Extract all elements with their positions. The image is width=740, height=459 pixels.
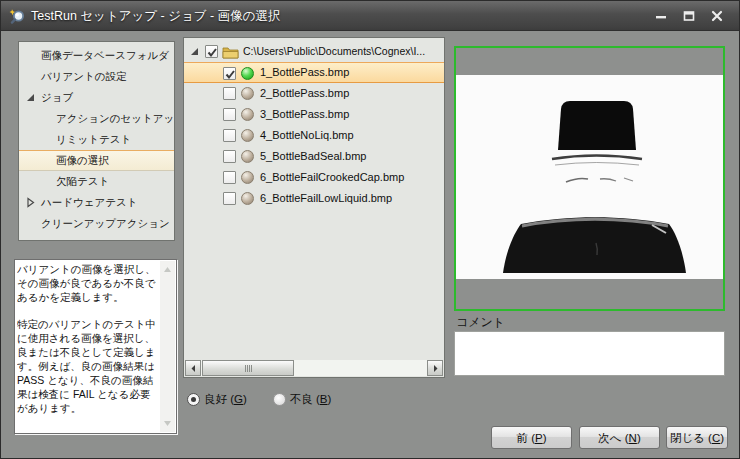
scrollbar-thumb[interactable] <box>202 360 294 376</box>
scroll-left-button[interactable] <box>185 360 201 376</box>
file-row[interactable]: 4_BottleNoLiq.bmp <box>184 125 444 146</box>
tree-item-defect-test[interactable]: 欠陥テスト <box>19 171 174 192</box>
file-checkbox[interactable] <box>223 150 236 163</box>
good-radio-label: 良好 (G) <box>204 392 247 407</box>
window-title: TestRun セットアップ - ジョブ - 画像の選択 <box>31 1 280 31</box>
status-ball-green <box>241 67 254 80</box>
tree-item-image-selection[interactable]: 画像の選択 <box>19 150 174 171</box>
description-paragraph: 特定のバリアントのテスト中に使用される画像を選択し、良または不良として定義します… <box>17 317 159 415</box>
bottle-preview-image <box>456 75 723 279</box>
next-button[interactable]: 次へ (N) <box>579 426 660 449</box>
scroll-right-icon <box>431 364 440 373</box>
description-scrollbar[interactable] <box>160 261 175 432</box>
collapsed-arrow-icon[interactable] <box>25 197 36 208</box>
maximize-icon <box>683 10 695 22</box>
file-checkbox[interactable] <box>223 108 236 121</box>
file-checkbox[interactable] <box>223 171 236 184</box>
title-bar[interactable]: TestRun セットアップ - ジョブ - 画像の選択 <box>1 1 739 31</box>
expanded-arrow-icon[interactable] <box>189 46 200 57</box>
good-radio[interactable] <box>187 393 200 406</box>
step-description-text: バリアントの画像を選択し、その画像が良であるか不良であるかを定義します。 特定の… <box>17 262 159 431</box>
file-row[interactable]: 2_BottlePass.bmp <box>184 83 444 104</box>
close-icon <box>711 10 723 22</box>
scroll-left-icon <box>189 364 198 373</box>
tree-item-image-database-folder[interactable]: 画像データベースフォルダ <box>19 45 174 66</box>
expanded-arrow-icon[interactable] <box>25 92 36 103</box>
file-row[interactable]: 3_BottlePass.bmp <box>184 104 444 125</box>
tree-item-hardware-test[interactable]: ハードウェアテスト <box>19 192 174 213</box>
image-file-tree: C:\Users\Public\Documents\Cognex\I... 1_… <box>183 37 445 378</box>
folder-root-row[interactable]: C:\Users\Public\Documents\Cognex\I... <box>184 41 444 62</box>
tree-item-action-setup[interactable]: アクションのセットアップ <box>19 108 174 129</box>
minimize-icon <box>655 10 667 22</box>
file-row[interactable]: 6_BottleFailCrookedCap.bmp <box>184 167 444 188</box>
folder-checkbox[interactable] <box>205 45 218 58</box>
tree-item-limit-test[interactable]: リミットテスト <box>19 129 174 150</box>
scrollbar-track[interactable] <box>294 360 427 376</box>
tree-item-variant-settings[interactable]: バリアントの設定 <box>19 66 174 87</box>
scroll-up-icon[interactable] <box>162 264 173 275</box>
minimize-button[interactable] <box>647 1 675 31</box>
file-row[interactable]: 1_BottlePass.bmp <box>184 62 444 83</box>
comment-input[interactable] <box>454 331 725 376</box>
maximize-button[interactable] <box>675 1 703 31</box>
comment-label: コメント <box>456 314 505 331</box>
tree-item-cleanup-action[interactable]: クリーンアップアクション <box>19 213 174 234</box>
file-row[interactable]: 5_BottleBadSeal.bmp <box>184 146 444 167</box>
setup-step-tree: 画像データベースフォルダ バリアントの設定 ジョブ アクションのセットアップ リ… <box>18 41 175 241</box>
step-description-panel: バリアントの画像を選択し、その画像が良であるか不良であるかを定義します。 特定の… <box>14 259 177 434</box>
scroll-down-icon[interactable] <box>162 418 173 429</box>
folder-icon <box>222 45 239 59</box>
window-controls <box>647 1 731 31</box>
close-dialog-button[interactable]: 閉じる (C) <box>666 426 728 449</box>
file-row[interactable]: 6_BottleFailLowLiquid.bmp <box>184 188 444 209</box>
scroll-right-button[interactable] <box>427 360 443 376</box>
tree-item-job[interactable]: ジョブ <box>19 87 174 108</box>
horizontal-scrollbar[interactable] <box>185 360 443 376</box>
status-ball-neutral <box>241 87 254 100</box>
bad-radio-label: 不良 (B) <box>290 392 332 407</box>
status-ball-neutral <box>241 108 254 121</box>
app-icon <box>9 8 25 24</box>
image-preview-panel <box>454 46 725 311</box>
prev-button[interactable]: 前 (P) <box>491 426 572 449</box>
description-paragraph: バリアントの画像を選択し、その画像が良であるか不良であるかを定義します。 <box>17 262 159 304</box>
close-button[interactable] <box>703 1 731 31</box>
file-checkbox[interactable] <box>223 192 236 205</box>
status-ball-neutral <box>241 192 254 205</box>
file-checkbox[interactable] <box>223 87 236 100</box>
file-checkbox[interactable] <box>223 67 236 80</box>
file-checkbox[interactable] <box>223 129 236 142</box>
grade-radio-group: 良好 (G) 不良 (B) <box>187 391 331 407</box>
check-icon <box>224 68 237 81</box>
status-ball-neutral <box>241 150 254 163</box>
check-icon <box>206 46 219 59</box>
testrun-setup-dialog: TestRun セットアップ - ジョブ - 画像の選択 画像データベースフォル… <box>0 0 740 459</box>
status-ball-neutral <box>241 129 254 142</box>
bad-radio[interactable] <box>273 393 286 406</box>
status-ball-neutral <box>241 171 254 184</box>
